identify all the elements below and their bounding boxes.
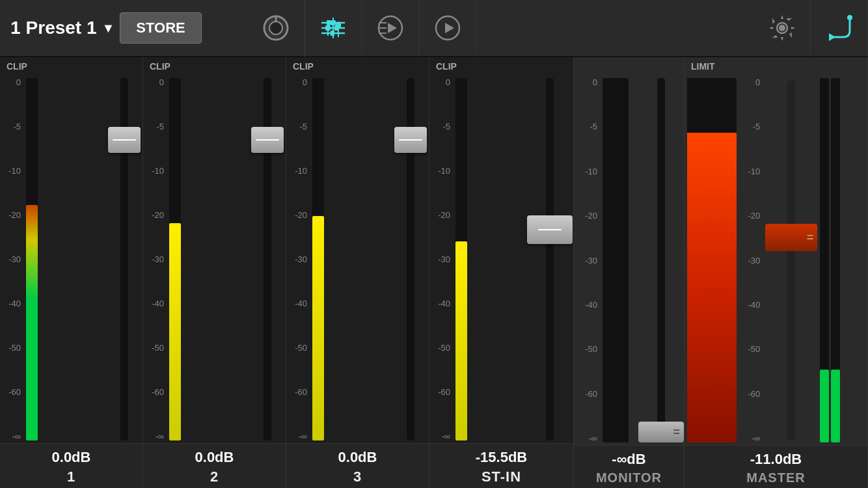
channel-db-2: 0.0dB xyxy=(195,449,234,466)
fader-area-monitor: 0-5-10-20-30-40-50-60-∞ = xyxy=(574,57,684,445)
mixer-area: CLIP 0-5-10-20-30-40-50-60-∞ 0.0dB 1 xyxy=(0,57,868,488)
fader-area-master: 0-5-10-20-30-40-50-60-∞ = xyxy=(685,57,867,445)
vu-bar-3 xyxy=(312,78,324,441)
db-scale-monitor: 0-5-10-20-30-40-50-60-∞ xyxy=(574,75,600,445)
channel-bottom-2: 0.0dB 2 xyxy=(143,443,286,488)
fader-handle-1[interactable] xyxy=(108,127,141,153)
channel-2: CLIP 0-5-10-20-30-40-50-60-∞ 0.0dB 2 xyxy=(143,57,286,488)
channel-bottom-stin: -15.5dB ST-IN xyxy=(429,443,573,488)
vu-bar-2 xyxy=(169,78,181,441)
master-fader-section: = xyxy=(763,75,867,445)
channel-1: CLIP 0-5-10-20-30-40-50-60-∞ 0.0dB 1 xyxy=(0,57,143,488)
svg-point-26 xyxy=(847,15,852,20)
vu-bar-stin xyxy=(455,78,467,441)
svg-rect-13 xyxy=(327,20,331,25)
channel-bottom-3: 0.0dB 3 xyxy=(286,443,429,488)
db-scale-master: 0-5-10-20-30-40-50-60-∞ xyxy=(739,75,763,445)
channel-3: CLIP 0-5-10-20-30-40-50-60-∞ 0.0dB 3 xyxy=(286,57,429,488)
svg-marker-17 xyxy=(388,23,397,33)
db-scale-stin: 0-5-10-20-30-40-50-60-∞ xyxy=(429,75,453,443)
fader-area-1: 0-5-10-20-30-40-50-60-∞ xyxy=(0,57,142,443)
vu-meter-1 xyxy=(23,75,106,443)
vu-meter-3 xyxy=(310,75,392,443)
channel-db-stin: -15.5dB xyxy=(476,449,527,466)
svg-rect-15 xyxy=(331,31,334,36)
preset-number: 1 xyxy=(10,18,21,38)
vu-right-small-master xyxy=(831,78,840,442)
fader-track-master xyxy=(787,81,795,440)
preset-dropdown-btn[interactable]: ▼ xyxy=(102,21,115,36)
channel-bottom-monitor: -∞dB MONITOR xyxy=(574,445,684,488)
channel-bottom-1: 0.0dB 1 xyxy=(0,443,142,488)
fader-handle-2[interactable] xyxy=(251,127,284,153)
play-eq-button[interactable] xyxy=(362,0,419,57)
vu-bar-1 xyxy=(26,78,38,441)
channel-name-3: 3 xyxy=(353,468,362,485)
fader-handle-3[interactable] xyxy=(394,127,427,153)
channel-db-master: -11.0dB xyxy=(750,451,802,468)
preset-section: 1 Preset 1 ▼ STORE xyxy=(0,12,247,44)
svg-marker-22 xyxy=(445,23,454,33)
fader-area-2: 0-5-10-20-30-40-50-60-∞ xyxy=(143,57,286,443)
vu-bar-monitor xyxy=(603,78,629,442)
channel-name-2: 2 xyxy=(210,468,219,485)
fader-track-stin xyxy=(546,78,554,441)
preset-name: Preset 1 xyxy=(26,18,97,38)
play-button[interactable] xyxy=(419,0,476,57)
svg-point-24 xyxy=(779,25,785,31)
fader-3[interactable] xyxy=(392,75,429,443)
vu-meter-stin xyxy=(453,75,526,443)
toolbar: 1 Preset 1 ▼ STORE xyxy=(0,0,868,57)
channel-bottom-master: -11.0dB MASTER xyxy=(685,445,867,488)
fader-1[interactable] xyxy=(106,75,142,443)
fader-area-stin: 0-5-10-20-30-40-50-60-∞ xyxy=(429,57,573,443)
vu-stereo-master xyxy=(820,78,840,442)
fader-master[interactable]: = xyxy=(765,78,817,442)
svg-marker-25 xyxy=(829,33,835,41)
fader-area-3: 0-5-10-20-30-40-50-60-∞ xyxy=(286,57,429,443)
vu-left-master xyxy=(687,78,737,442)
channel-stin: CLIP 0-5-10-20-30-40-50-60-∞ -15.5dB ST-… xyxy=(429,57,574,488)
eq-button[interactable] xyxy=(305,0,362,57)
route-button[interactable] xyxy=(811,0,868,57)
svg-rect-14 xyxy=(334,25,338,31)
channel-db-1: 0.0dB xyxy=(52,449,91,466)
fader-stin[interactable] xyxy=(526,75,573,443)
channel-name-master: MASTER xyxy=(746,470,805,485)
db-scale-3: 0-5-10-20-30-40-50-60-∞ xyxy=(286,75,310,443)
channel-db-monitor: -∞dB xyxy=(612,451,645,468)
channel-name-1: 1 xyxy=(67,468,75,485)
knob-button[interactable] xyxy=(247,0,305,57)
fader-monitor[interactable]: = xyxy=(638,75,684,445)
fader-handle-stin[interactable] xyxy=(527,215,573,244)
channel-master: LIMIT 0-5-10-20-30-40-50-60-∞ = xyxy=(685,57,868,488)
vu-left-small-master xyxy=(820,78,829,442)
channel-db-3: 0.0dB xyxy=(338,449,377,466)
vu-meter-monitor xyxy=(600,75,638,445)
svg-point-1 xyxy=(269,21,282,34)
channel-name-stin: ST-IN xyxy=(481,468,521,485)
db-scale-2: 0-5-10-20-30-40-50-60-∞ xyxy=(143,75,167,443)
vu-meter-2 xyxy=(167,75,249,443)
fader-handle-master[interactable]: = xyxy=(765,224,817,251)
channel-monitor: 0-5-10-20-30-40-50-60-∞ = -∞dB MONITOR xyxy=(574,57,685,488)
db-scale-1: 0-5-10-20-30-40-50-60-∞ xyxy=(0,75,23,443)
fader-2[interactable] xyxy=(249,75,286,443)
channel-name-monitor: MONITOR xyxy=(596,470,662,485)
fader-track-monitor xyxy=(657,78,665,442)
fader-handle-monitor[interactable]: = xyxy=(638,422,684,442)
settings-button[interactable] xyxy=(753,0,811,57)
store-button[interactable]: STORE xyxy=(120,12,201,44)
